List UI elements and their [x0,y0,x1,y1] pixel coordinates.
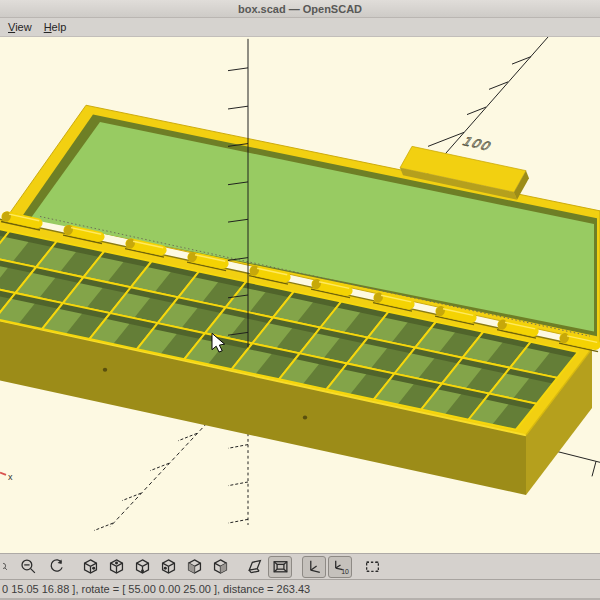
svg-text:10: 10 [341,568,349,575]
window-title: box.scad — OpenSCAD [238,3,362,15]
show-axes-button[interactable] [302,556,326,578]
viewport-canvas[interactable]: 100 x [0,37,600,553]
view-toolbar: 10 [0,553,600,579]
zoom-in-button[interactable] [2,556,12,578]
view-top-button[interactable] [104,556,128,578]
x-marker-label: x [8,472,13,482]
y-axis-100-label: 100 [459,135,495,154]
viewport-status-text: 0 15.05 16.88 ], rotate = [ 55.00 0.00 2… [2,583,310,595]
view-back-button[interactable] [208,556,232,578]
view-front-button[interactable] [182,556,206,578]
menu-help[interactable]: Help [38,20,73,34]
show-scale-markers-button[interactable]: 10 [328,556,352,578]
neg-y-axis [110,423,207,527]
menu-view[interactable]: View [2,20,38,34]
view-left-button[interactable] [156,556,180,578]
view-bottom-button[interactable] [130,556,154,578]
openscad-window: box.scad — OpenSCAD View Help 100 [0,0,600,600]
title-bar[interactable]: box.scad — OpenSCAD [0,0,600,18]
menu-bar: View Help [0,18,600,37]
view-all-button[interactable] [360,556,384,578]
view-diagonal-button[interactable] [242,556,266,578]
view-orthogonal-button[interactable] [268,556,292,578]
reset-view-button[interactable] [44,556,68,578]
zoom-out-button[interactable] [16,556,40,578]
viewport-3d[interactable]: 100 x [0,37,600,553]
status-bar: 0 15.05 16.88 ], rotate = [ 55.00 0.00 2… [0,579,600,600]
view-right-button[interactable] [78,556,102,578]
x-axis-marker: x [0,472,13,482]
